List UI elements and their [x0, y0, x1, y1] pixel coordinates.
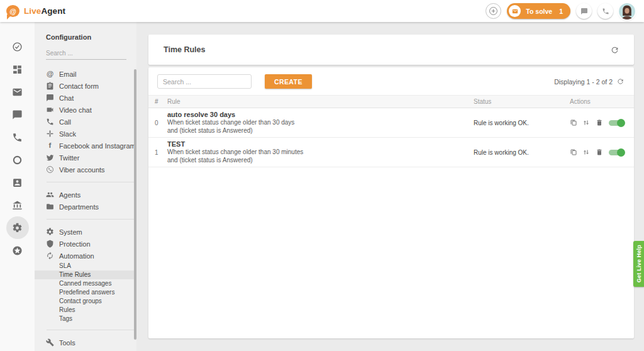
sidebar-channels-group: @Email Contact form Chat Video chat Call… [35, 68, 136, 176]
rail-item-chats[interactable] [6, 103, 29, 126]
rail-item-dashboard[interactable] [6, 58, 29, 81]
sidebar-subitem-contact-groups[interactable]: Contact groups [35, 297, 136, 306]
rule-status: Rule is working OK. [474, 120, 570, 126]
sidebar-subitem-time-rules[interactable]: Time Rules [35, 270, 136, 279]
check-circle-icon [12, 42, 23, 52]
rule-title: TEST [167, 140, 474, 148]
gear-icon [12, 223, 23, 233]
nav-rail [0, 22, 35, 351]
to-solve-button[interactable]: To solve 1 [507, 3, 570, 19]
topbar: @ LiveAgent To solve 1 [0, 0, 644, 22]
add-new-button[interactable] [486, 3, 501, 19]
topbar-actions: To solve 1 [486, 3, 635, 20]
to-solve-count: 1 [559, 8, 563, 15]
item-label: Departments [59, 203, 99, 211]
sidebar-subitem-sla[interactable]: SLA [35, 262, 136, 270]
rail-item-tickets[interactable] [6, 81, 29, 103]
rail-item-configuration[interactable] [6, 216, 29, 239]
copy-icon[interactable] [570, 148, 577, 156]
sidebar-item-agents[interactable]: Agents [35, 189, 136, 201]
get-live-help-tab[interactable]: Get Live Help [633, 241, 644, 287]
mail-icon [12, 87, 23, 98]
slack-icon [46, 130, 54, 138]
item-label: Chat [59, 94, 74, 102]
sidebar-item-contact-form[interactable]: Contact form [35, 80, 136, 92]
brand-text: LiveAgent [24, 6, 65, 16]
bank-icon [12, 200, 23, 211]
rail-item-customers[interactable] [6, 171, 29, 194]
sidebar-item-system[interactable]: System [35, 226, 136, 238]
rule-cell: auto resolve 30 days When ticket status … [165, 111, 474, 135]
page-title: Time Rules [164, 45, 205, 54]
rail-item-tasks[interactable] [6, 35, 29, 58]
brand-agent: Agent [41, 6, 65, 16]
item-label: Facebook and Instagram [59, 142, 136, 150]
copy-icon[interactable] [570, 119, 577, 126]
table-row: 0 auto resolve 30 days When ticket statu… [148, 108, 634, 138]
sidebar-subitem-rules[interactable]: Rules [35, 306, 136, 315]
sidebar-item-call[interactable]: Call [35, 116, 136, 128]
sidebar-item-twitter[interactable]: Twitter [35, 152, 136, 164]
star-circle-icon [12, 245, 23, 256]
row-number: 1 [155, 149, 165, 156]
calls-button[interactable] [597, 3, 613, 19]
sidebar-item-viber[interactable]: Viber accounts [35, 164, 136, 176]
rail-item-billing[interactable] [6, 194, 29, 216]
facebook-icon: f [46, 142, 54, 150]
move-updown-icon[interactable] [582, 119, 590, 126]
item-label: Contact form [59, 82, 99, 90]
rule-cell: TEST When ticket status change older tha… [165, 140, 474, 164]
sidebar-item-departments[interactable]: Departments [35, 201, 136, 213]
rail-item-online[interactable] [6, 148, 29, 171]
sidebar-item-email[interactable]: @Email [35, 68, 136, 80]
phone-icon [12, 132, 23, 143]
rail-item-starred[interactable] [6, 239, 29, 262]
gear-icon [46, 228, 54, 236]
to-solve-label: To solve [526, 8, 552, 15]
rule-enabled-toggle[interactable] [608, 148, 625, 157]
twitter-icon [46, 153, 54, 162]
liveagent-logo: @ LiveAgent [6, 5, 65, 17]
sidebar-item-protection[interactable]: Protection [35, 238, 136, 250]
row-actions [570, 119, 625, 127]
refresh-button[interactable] [611, 46, 619, 54]
sidebar-item-tools[interactable]: Tools [35, 337, 136, 348]
item-label: Agents [59, 191, 80, 199]
dashboard-grid-icon [12, 64, 23, 75]
trash-icon[interactable] [596, 148, 603, 156]
item-label: Email [59, 70, 77, 78]
item-label: System [59, 228, 82, 236]
sidebar-subitem-canned-messages[interactable]: Canned messages [35, 279, 136, 288]
sidebar-item-chat[interactable]: Chat [35, 92, 136, 104]
get-live-help-label: Get Live Help [636, 245, 642, 282]
sidebar-scrollbar[interactable] [134, 69, 136, 340]
toggle-knob [617, 148, 625, 157]
rules-toolbar: CREATE Displaying 1 - 2 of 2 [148, 67, 634, 95]
page-header: Time Rules [148, 35, 634, 65]
trash-icon[interactable] [596, 119, 603, 126]
chat-icon [12, 109, 23, 120]
people-icon [46, 191, 54, 199]
rule-condition: When ticket status change older than 30 … [167, 119, 474, 127]
sidebar-item-facebook-instagram[interactable]: fFacebook and Instagram [35, 140, 136, 152]
chat-bubble-icon [580, 8, 588, 15]
toolbar-right: Displaying 1 - 2 of 2 [554, 78, 624, 86]
rules-search-input[interactable] [157, 74, 252, 89]
avatar[interactable] [619, 3, 635, 20]
sidebar-search-input[interactable] [46, 47, 126, 60]
list-refresh-button[interactable] [617, 78, 624, 85]
move-updown-icon[interactable] [582, 148, 590, 156]
sidebar-subitem-tags[interactable]: Tags [35, 315, 136, 323]
sidebar-subitem-predefined-answers[interactable]: Predefined answers [35, 288, 136, 297]
divider [47, 219, 135, 220]
sidebar-title: Configuration [35, 33, 136, 41]
chats-button[interactable] [576, 3, 592, 19]
rail-item-calls[interactable] [6, 126, 29, 148]
folder-icon [46, 203, 54, 211]
sidebar-item-automation[interactable]: Automation [35, 250, 136, 262]
sidebar-item-video-chat[interactable]: Video chat [35, 104, 136, 116]
rule-enabled-toggle[interactable] [608, 119, 625, 127]
sidebar-item-slack[interactable]: Slack [35, 128, 136, 140]
create-button[interactable]: CREATE [265, 74, 312, 89]
rule-condition: When ticket status change older than 30 … [167, 148, 474, 157]
